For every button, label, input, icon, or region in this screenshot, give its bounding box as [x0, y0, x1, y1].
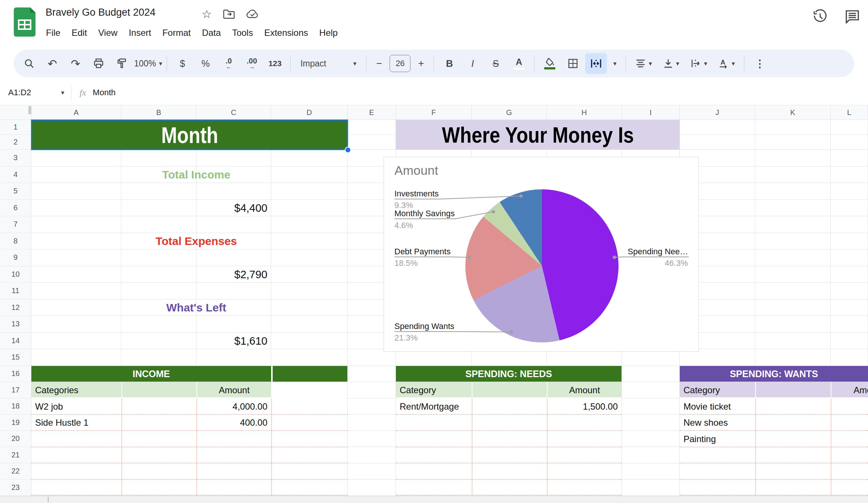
menu-insert[interactable]: Insert [123, 25, 157, 40]
row-header-2[interactable]: 2 [0, 135, 31, 150]
text-wrap-button[interactable]: ▾ [686, 53, 712, 74]
cell-total-income-label[interactable]: Total Income [121, 167, 271, 183]
decrease-font-size-button[interactable]: − [371, 53, 387, 74]
font-select[interactable]: Impact▾ [295, 53, 362, 74]
text-color-button[interactable]: A [508, 53, 530, 74]
star-icon[interactable]: ☆ [202, 7, 212, 21]
merge-cells-dropdown[interactable]: ▾ [608, 53, 621, 74]
increase-font-size-button[interactable]: + [413, 53, 429, 74]
menu-view[interactable]: View [93, 25, 123, 40]
wants-row-category[interactable]: Painting [683, 431, 716, 447]
horizontal-align-button[interactable]: ▾ [630, 53, 657, 74]
menu-data[interactable]: Data [196, 25, 227, 40]
selection-fill-handle[interactable] [345, 147, 351, 153]
row-header-3[interactable]: 3 [0, 150, 31, 167]
menu-tools[interactable]: Tools [226, 25, 258, 40]
row-header-10[interactable]: 10 [0, 266, 31, 283]
menu-extensions[interactable]: Extensions [258, 25, 313, 40]
menu-format[interactable]: Format [157, 25, 196, 40]
row-header-21[interactable]: 21 [0, 447, 31, 463]
increase-decimal-button[interactable]: .00→ [241, 53, 263, 74]
income-row-category[interactable]: Side Hustle 1 [35, 414, 89, 431]
row-header-14[interactable]: 14 [0, 333, 31, 350]
cell-whats-left-label[interactable]: What's Left [121, 299, 271, 316]
income-row-category[interactable]: W2 job [35, 398, 63, 414]
row-header-8[interactable]: 8 [0, 233, 31, 250]
cloud-saved-icon[interactable] [246, 9, 259, 19]
zoom-select[interactable]: 100%▾ [134, 53, 162, 74]
pie-chart[interactable]: Amount Investments 9.3% Monthly Savings … [384, 157, 699, 352]
comments-icon[interactable] [845, 9, 860, 24]
income-row-amount[interactable]: 4,000.00 [197, 398, 267, 414]
fill-color-button[interactable] [539, 53, 561, 74]
needs-col-amount[interactable]: Amount [548, 382, 621, 398]
row-header-9[interactable]: 9 [0, 249, 31, 266]
formula-input[interactable]: Month [93, 88, 115, 97]
paint-format-icon[interactable] [111, 53, 133, 74]
column-header-H[interactable]: H [547, 106, 622, 120]
cell-total-expenses-value[interactable]: $2,790 [196, 266, 267, 283]
cell-whats-left-value[interactable]: $1,610 [196, 333, 267, 349]
column-header-J[interactable]: J [680, 106, 755, 120]
row-header-22[interactable]: 22 [0, 463, 31, 480]
more-options-button[interactable]: ⋮ [749, 53, 771, 74]
menu-help[interactable]: Help [314, 25, 343, 40]
wants-table-header[interactable]: SPENDING: WANTS [680, 366, 868, 382]
format-currency-button[interactable]: $ [171, 53, 193, 74]
horizontal-scrollbar[interactable] [0, 496, 868, 503]
needs-row-amount[interactable]: 1,500.00 [548, 398, 618, 414]
row-header-16[interactable]: 16 [0, 366, 31, 382]
print-icon[interactable] [88, 53, 109, 74]
row-header-6[interactable]: 6 [0, 200, 31, 217]
row-header-4[interactable]: 4 [0, 167, 31, 183]
vertical-align-button[interactable]: ▾ [658, 53, 684, 74]
income-table-header[interactable]: INCOME [31, 366, 271, 382]
version-history-icon[interactable] [813, 9, 828, 24]
needs-row-category[interactable]: Rent/Mortgage [400, 398, 459, 414]
cell-total-expenses-label[interactable]: Total Expenses [121, 233, 271, 249]
cell-where-banner[interactable]: Where Your Money Is [396, 120, 680, 150]
move-folder-icon[interactable] [223, 9, 235, 19]
wants-col-category[interactable]: Category [683, 382, 720, 398]
wants-row-category[interactable]: New shoes [683, 414, 728, 431]
row-header-12[interactable]: 12 [0, 299, 31, 316]
row-header-19[interactable]: 19 [0, 414, 31, 431]
menu-edit[interactable]: Edit [66, 25, 93, 40]
borders-button[interactable] [562, 53, 584, 74]
needs-table-header[interactable]: SPENDING: NEEDS [396, 366, 621, 382]
format-percent-button[interactable]: % [195, 53, 216, 74]
column-header-F[interactable]: F [396, 106, 472, 120]
income-col-category[interactable]: Categories [35, 382, 78, 398]
document-title[interactable]: Bravely Go Budget 2024 [46, 7, 155, 18]
column-header-A[interactable]: A [31, 106, 121, 120]
row-header-20[interactable]: 20 [0, 431, 31, 447]
font-size-input[interactable]: 26 [389, 53, 411, 74]
wants-col-amount[interactable]: Amount [831, 382, 868, 398]
income-row-amount[interactable]: 400.00 [197, 414, 267, 431]
name-box[interactable]: A1:D2 ▾ [0, 88, 64, 97]
search-icon[interactable] [18, 53, 40, 74]
row-header-5[interactable]: 5 [0, 183, 31, 200]
row-header-15[interactable]: 15 [0, 349, 31, 366]
italic-button[interactable]: I [462, 53, 483, 74]
text-rotation-button[interactable]: A ▾ [713, 53, 740, 74]
bold-button[interactable]: B [438, 53, 460, 74]
cell-total-income-value[interactable]: $4,400 [196, 200, 267, 216]
cell-month-banner[interactable]: Month [31, 120, 348, 150]
sheets-logo-icon[interactable] [14, 7, 35, 37]
number-format-button[interactable]: 123 [264, 53, 286, 74]
row-header-23[interactable]: 23 [0, 479, 31, 496]
menu-file[interactable]: File [40, 25, 66, 40]
row-header-17[interactable]: 17 [0, 382, 31, 398]
column-header-G[interactable]: G [472, 106, 547, 120]
merge-cells-button[interactable] [585, 53, 607, 74]
column-header-I[interactable]: I [622, 106, 680, 120]
column-header-E[interactable]: E [348, 106, 396, 120]
column-header-L[interactable]: L [831, 106, 868, 120]
row-header-1[interactable]: 1 [0, 120, 31, 135]
column-header-K[interactable]: K [755, 106, 831, 120]
row-header-7[interactable]: 7 [0, 216, 31, 233]
income-col-amount[interactable]: Amount [197, 382, 271, 398]
needs-col-category[interactable]: Category [400, 382, 436, 398]
select-all-corner[interactable] [0, 106, 31, 120]
